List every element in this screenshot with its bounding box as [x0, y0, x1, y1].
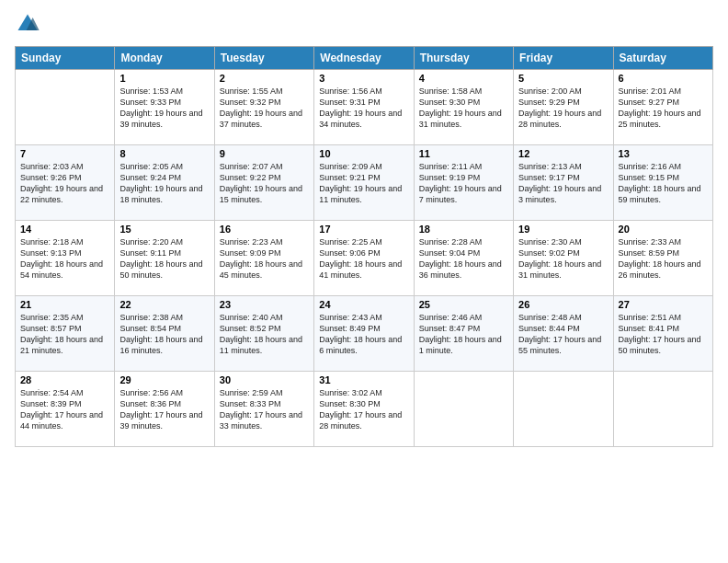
calendar-cell: 29Sunrise: 2:56 AMSunset: 8:36 PMDayligh… — [115, 372, 214, 447]
calendar-week-2: 14Sunrise: 2:18 AMSunset: 9:13 PMDayligh… — [16, 221, 713, 296]
calendar-week-3: 21Sunrise: 2:35 AMSunset: 8:57 PMDayligh… — [16, 296, 713, 372]
day-info: Sunrise: 2:01 AMSunset: 9:27 PMDaylight:… — [619, 86, 708, 131]
calendar-cell: 11Sunrise: 2:11 AMSunset: 9:19 PMDayligh… — [414, 145, 513, 221]
day-number: 16 — [220, 224, 309, 235]
day-number: 6 — [619, 73, 708, 84]
col-header-saturday: Saturday — [613, 47, 712, 70]
day-info: Sunrise: 2:30 AMSunset: 9:02 PMDaylight:… — [518, 236, 608, 282]
day-number: 19 — [518, 224, 608, 235]
day-info: Sunrise: 2:18 AMSunset: 9:13 PMDaylight:… — [20, 236, 109, 282]
calendar-cell: 17Sunrise: 2:25 AMSunset: 9:06 PMDayligh… — [314, 221, 414, 296]
day-info: Sunrise: 2:05 AMSunset: 9:24 PMDaylight:… — [119, 161, 209, 206]
day-info: Sunrise: 1:58 AMSunset: 9:30 PMDaylight:… — [419, 86, 508, 131]
day-info: Sunrise: 2:23 AMSunset: 9:09 PMDaylight:… — [220, 236, 309, 282]
calendar-cell: 24Sunrise: 2:43 AMSunset: 8:49 PMDayligh… — [314, 296, 414, 372]
col-header-monday: Monday — [115, 47, 214, 70]
calendar-cell: 20Sunrise: 2:33 AMSunset: 8:59 PMDayligh… — [613, 221, 712, 296]
day-number: 30 — [220, 374, 309, 385]
calendar-cell: 8Sunrise: 2:05 AMSunset: 9:24 PMDaylight… — [115, 145, 214, 221]
calendar-cell: 25Sunrise: 2:46 AMSunset: 8:47 PMDayligh… — [414, 296, 513, 372]
calendar-cell: 1Sunrise: 1:53 AMSunset: 9:33 PMDaylight… — [115, 70, 214, 145]
calendar-cell: 9Sunrise: 2:07 AMSunset: 9:22 PMDaylight… — [214, 145, 313, 221]
calendar-cell: 3Sunrise: 1:56 AMSunset: 9:31 PMDaylight… — [314, 70, 414, 145]
calendar-cell: 6Sunrise: 2:01 AMSunset: 9:27 PMDaylight… — [613, 70, 712, 145]
day-number: 13 — [619, 148, 708, 159]
calendar-cell: 2Sunrise: 1:55 AMSunset: 9:32 PMDaylight… — [214, 70, 313, 145]
day-info: Sunrise: 2:09 AMSunset: 9:21 PMDaylight:… — [319, 161, 408, 206]
day-number: 1 — [119, 73, 209, 84]
calendar-cell: 26Sunrise: 2:48 AMSunset: 8:44 PMDayligh… — [514, 296, 613, 372]
col-header-tuesday: Tuesday — [214, 47, 313, 70]
day-number: 25 — [419, 299, 508, 310]
day-number: 22 — [119, 299, 209, 310]
calendar-cell: 19Sunrise: 2:30 AMSunset: 9:02 PMDayligh… — [514, 221, 613, 296]
day-info: Sunrise: 2:59 AMSunset: 8:33 PMDaylight:… — [220, 387, 309, 432]
calendar-cell: 14Sunrise: 2:18 AMSunset: 9:13 PMDayligh… — [16, 221, 115, 296]
day-number: 21 — [20, 299, 109, 310]
day-number: 29 — [119, 374, 209, 385]
calendar-cell: 7Sunrise: 2:03 AMSunset: 9:26 PMDaylight… — [16, 145, 115, 221]
calendar-cell: 10Sunrise: 2:09 AMSunset: 9:21 PMDayligh… — [314, 145, 414, 221]
calendar-cell — [414, 372, 513, 447]
col-header-thursday: Thursday — [414, 47, 513, 70]
calendar-week-1: 7Sunrise: 2:03 AMSunset: 9:26 PMDaylight… — [16, 145, 713, 221]
calendar-cell — [16, 70, 115, 145]
day-info: Sunrise: 2:38 AMSunset: 8:54 PMDaylight:… — [119, 312, 209, 357]
day-info: Sunrise: 2:03 AMSunset: 9:26 PMDaylight:… — [20, 161, 109, 206]
calendar-cell: 5Sunrise: 2:00 AMSunset: 9:29 PMDaylight… — [514, 70, 613, 145]
day-number: 14 — [20, 224, 109, 235]
day-info: Sunrise: 1:56 AMSunset: 9:31 PMDaylight:… — [319, 86, 408, 131]
page: SundayMondayTuesdayWednesdayThursdayFrid… — [0, 0, 728, 563]
day-info: Sunrise: 2:40 AMSunset: 8:52 PMDaylight:… — [220, 312, 309, 357]
day-number: 31 — [319, 374, 408, 385]
calendar-cell: 21Sunrise: 2:35 AMSunset: 8:57 PMDayligh… — [16, 296, 115, 372]
day-number: 10 — [319, 148, 408, 159]
day-number: 2 — [220, 73, 309, 84]
calendar-cell: 16Sunrise: 2:23 AMSunset: 9:09 PMDayligh… — [214, 221, 313, 296]
day-info: Sunrise: 1:55 AMSunset: 9:32 PMDaylight:… — [220, 86, 309, 131]
day-number: 5 — [518, 73, 608, 84]
day-info: Sunrise: 2:33 AMSunset: 8:59 PMDaylight:… — [619, 236, 708, 282]
day-number: 20 — [619, 224, 708, 235]
day-info: Sunrise: 2:46 AMSunset: 8:47 PMDaylight:… — [419, 312, 508, 357]
day-info: Sunrise: 2:35 AMSunset: 8:57 PMDaylight:… — [20, 312, 109, 357]
col-header-wednesday: Wednesday — [314, 47, 414, 70]
calendar-table: SundayMondayTuesdayWednesdayThursdayFrid… — [15, 46, 713, 447]
calendar-header-row: SundayMondayTuesdayWednesdayThursdayFrid… — [16, 47, 713, 70]
day-number: 12 — [518, 148, 608, 159]
day-number: 3 — [319, 73, 408, 84]
col-header-sunday: Sunday — [16, 47, 115, 70]
calendar-cell: 15Sunrise: 2:20 AMSunset: 9:11 PMDayligh… — [115, 221, 214, 296]
day-info: Sunrise: 2:16 AMSunset: 9:15 PMDaylight:… — [619, 161, 708, 206]
day-number: 15 — [119, 224, 209, 235]
header — [15, 11, 713, 37]
day-info: Sunrise: 2:51 AMSunset: 8:41 PMDaylight:… — [619, 312, 708, 357]
day-info: Sunrise: 2:13 AMSunset: 9:17 PMDaylight:… — [518, 161, 608, 206]
day-info: Sunrise: 2:28 AMSunset: 9:04 PMDaylight:… — [419, 236, 508, 282]
day-info: Sunrise: 2:00 AMSunset: 9:29 PMDaylight:… — [518, 86, 608, 131]
calendar-cell: 30Sunrise: 2:59 AMSunset: 8:33 PMDayligh… — [214, 372, 313, 447]
day-info: Sunrise: 2:20 AMSunset: 9:11 PMDaylight:… — [119, 236, 209, 282]
calendar-cell — [514, 372, 613, 447]
day-number: 26 — [518, 299, 608, 310]
calendar-week-4: 28Sunrise: 2:54 AMSunset: 8:39 PMDayligh… — [16, 372, 713, 447]
day-info: Sunrise: 3:02 AMSunset: 8:30 PMDaylight:… — [319, 387, 408, 432]
day-number: 7 — [20, 148, 109, 159]
day-info: Sunrise: 2:11 AMSunset: 9:19 PMDaylight:… — [419, 161, 508, 206]
day-number: 11 — [419, 148, 508, 159]
calendar-cell: 27Sunrise: 2:51 AMSunset: 8:41 PMDayligh… — [613, 296, 712, 372]
day-number: 24 — [319, 299, 408, 310]
calendar-cell — [613, 372, 712, 447]
logo — [15, 11, 44, 37]
calendar-cell: 13Sunrise: 2:16 AMSunset: 9:15 PMDayligh… — [613, 145, 712, 221]
day-number: 4 — [419, 73, 508, 84]
day-number: 18 — [419, 224, 508, 235]
col-header-friday: Friday — [514, 47, 613, 70]
calendar-cell: 18Sunrise: 2:28 AMSunset: 9:04 PMDayligh… — [414, 221, 513, 296]
day-number: 17 — [319, 224, 408, 235]
calendar-cell: 4Sunrise: 1:58 AMSunset: 9:30 PMDaylight… — [414, 70, 513, 145]
logo-icon — [15, 11, 40, 37]
day-number: 8 — [119, 148, 209, 159]
calendar-week-0: 1Sunrise: 1:53 AMSunset: 9:33 PMDaylight… — [16, 70, 713, 145]
day-info: Sunrise: 2:54 AMSunset: 8:39 PMDaylight:… — [20, 387, 109, 432]
